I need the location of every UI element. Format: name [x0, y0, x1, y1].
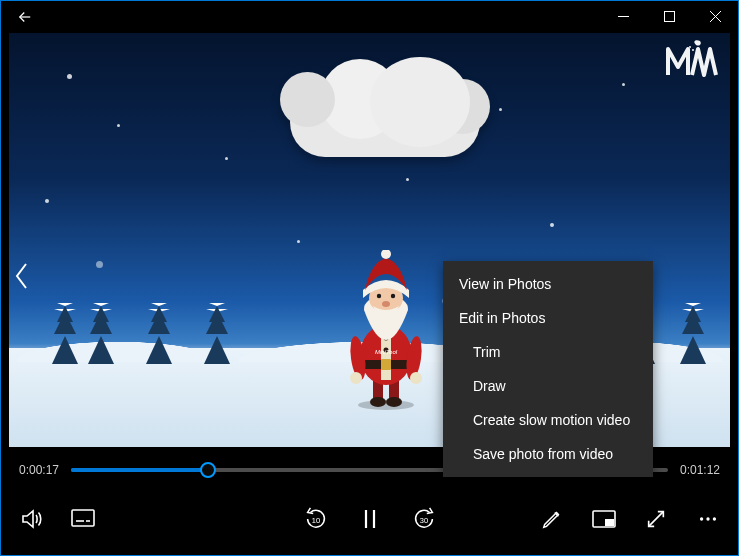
watermark-logo	[666, 39, 720, 81]
pause-button[interactable]	[356, 505, 384, 533]
svg-text:30: 30	[419, 516, 427, 525]
svg-point-23	[382, 301, 390, 307]
svg-point-8	[386, 397, 402, 407]
tree-decoration	[52, 336, 78, 364]
cloud-decoration	[290, 87, 480, 157]
snowflake	[406, 178, 409, 181]
close-button[interactable]	[692, 1, 738, 31]
chevron-left-icon	[13, 261, 31, 291]
seek-fill	[71, 468, 208, 472]
edit-button[interactable]	[538, 505, 566, 533]
seek-thumb[interactable]	[200, 462, 216, 478]
back-button[interactable]	[5, 2, 45, 32]
svg-point-21	[376, 294, 380, 298]
svg-point-17	[350, 372, 362, 384]
pencil-icon	[541, 508, 563, 530]
snowflake	[96, 261, 103, 268]
menu-trim[interactable]: Trim	[443, 335, 653, 369]
minimize-icon	[618, 11, 629, 22]
character-label: MiniTool	[375, 349, 398, 355]
snowflake	[622, 83, 625, 86]
title-bar	[1, 1, 738, 33]
maximize-button[interactable]	[646, 1, 692, 31]
total-time-label: 0:01:12	[680, 463, 720, 477]
maximize-icon	[664, 11, 675, 22]
menu-save-photo[interactable]: Save photo from video	[443, 437, 653, 471]
back-arrow-icon	[16, 8, 34, 26]
skip-back-button[interactable]: 10	[302, 505, 330, 533]
subtitles-icon	[71, 509, 95, 529]
ellipsis-icon	[697, 508, 719, 530]
more-options-button[interactable]	[694, 505, 722, 533]
svg-point-38	[713, 517, 716, 520]
window-controls	[600, 1, 738, 33]
svg-text:10: 10	[311, 516, 319, 525]
svg-rect-35	[605, 519, 614, 526]
svg-point-7	[370, 397, 386, 407]
snowflake	[499, 108, 502, 111]
svg-rect-14	[381, 359, 391, 370]
volume-icon	[19, 507, 43, 531]
tree-decoration	[88, 336, 114, 364]
minimize-button[interactable]	[600, 1, 646, 31]
svg-rect-1	[664, 11, 674, 21]
pause-icon	[360, 508, 380, 530]
snowflake	[45, 199, 49, 203]
svg-rect-27	[72, 510, 94, 526]
fullscreen-button[interactable]	[642, 505, 670, 533]
svg-point-18	[410, 372, 422, 384]
svg-point-24	[689, 46, 691, 48]
close-icon	[710, 11, 721, 22]
svg-point-4	[358, 400, 414, 410]
tree-decoration	[146, 336, 172, 364]
skip-back-icon: 10	[302, 504, 330, 534]
volume-button[interactable]	[17, 505, 45, 533]
previous-media-button[interactable]	[13, 261, 31, 295]
mini-view-button[interactable]	[590, 505, 618, 533]
svg-point-37	[706, 517, 709, 520]
edit-context-menu: View in Photos Edit in Photos Trim Draw …	[443, 261, 653, 477]
control-bar: 10 30	[9, 495, 730, 543]
mini-view-icon	[592, 510, 616, 528]
menu-edit-in-photos-header: Edit in Photos	[443, 301, 653, 335]
menu-view-in-photos[interactable]: View in Photos	[443, 267, 653, 301]
skip-forward-button[interactable]: 30	[410, 505, 438, 533]
menu-create-slowmo[interactable]: Create slow motion video	[443, 403, 653, 437]
svg-point-22	[390, 294, 394, 298]
subtitles-button[interactable]	[69, 505, 97, 533]
svg-point-20	[381, 250, 391, 259]
svg-point-36	[700, 517, 703, 520]
menu-draw[interactable]: Draw	[443, 369, 653, 403]
current-time-label: 0:00:17	[19, 463, 59, 477]
tree-decoration	[204, 336, 230, 364]
tree-decoration	[680, 336, 706, 364]
svg-point-25	[692, 49, 694, 51]
skip-forward-icon: 30	[410, 504, 438, 534]
fullscreen-icon	[645, 508, 667, 530]
svg-point-26	[687, 50, 689, 52]
video-character-santa: MiniTool	[341, 250, 431, 410]
